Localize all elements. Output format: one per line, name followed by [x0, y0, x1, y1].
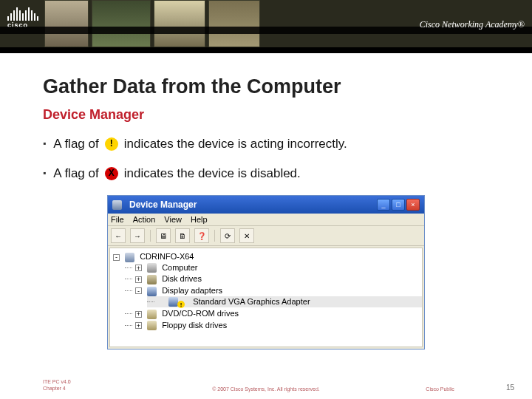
slide: cisco Cisco Networking Academy® Gather D… — [0, 0, 532, 399]
close-button[interactable]: × — [406, 199, 420, 211]
computer-icon — [147, 263, 157, 273]
top-banner: cisco Cisco Networking Academy® — [0, 0, 532, 53]
toolbar-remove-icon[interactable]: ✕ — [239, 228, 254, 243]
computer-root-icon — [125, 253, 134, 262]
tree-root-label: CDRINFO-X64 — [140, 252, 194, 261]
device-manager-screenshot: Device Manager _ □ × File Action View He… — [107, 195, 425, 349]
bullet-text-pre: A flag of — [53, 136, 98, 152]
tree-node-disk-drives[interactable]: + Disk drives — [125, 273, 422, 285]
bullet-text-post: indicates the device is acting incorrect… — [124, 136, 347, 152]
warning-overlay-icon: ! — [177, 301, 185, 308]
disk-icon — [147, 275, 157, 284]
tree-node-label: Standard VGA Graphics Adapter — [193, 297, 310, 306]
tree-node-dvd-drives[interactable]: + DVD/CD-ROM drives — [125, 308, 422, 320]
bullet-text-pre: A flag of — [53, 166, 98, 182]
menu-view[interactable]: View — [164, 215, 182, 224]
tree-node-label: DVD/CD-ROM drives — [162, 309, 239, 318]
bullet-list: A flag of ! indicates the device is acti… — [43, 136, 489, 182]
toolbar-properties-icon[interactable]: 🗎 — [175, 228, 190, 243]
dm-window-controls: _ □ × — [377, 199, 420, 211]
slide-footer: ITE PC v4.0 Chapter 4 © 2007 Cisco Syste… — [0, 379, 532, 392]
expander-icon[interactable]: - — [135, 287, 142, 294]
disabled-flag-icon: X — [105, 167, 118, 180]
cisco-logo: cisco — [7, 6, 38, 29]
tree-root[interactable]: - CDRINFO-X64 + Computer + — [113, 251, 422, 332]
dm-menubar: File Action View Help — [108, 214, 424, 226]
dm-tree: - CDRINFO-X64 + Computer + — [109, 248, 423, 347]
tree-node-label: Floppy disk drives — [162, 321, 227, 330]
toolbar-back-icon[interactable]: ← — [111, 228, 126, 243]
tree-node-label: Computer — [162, 263, 197, 272]
toolbar-help-icon[interactable]: ❓ — [194, 228, 209, 243]
bullet-text-post: indicates the device is disabled. — [124, 166, 301, 182]
dm-window: Device Manager _ □ × File Action View He… — [107, 195, 425, 349]
banner-photo — [92, 0, 151, 47]
minimize-button[interactable]: _ — [377, 199, 390, 211]
dm-title-text: Device Manager — [129, 200, 197, 210]
slide-body: Gather Data from the Computer Device Man… — [0, 53, 532, 349]
page-title: Gather Data from the Computer — [43, 75, 489, 98]
banner-photo — [44, 0, 89, 47]
expander-icon[interactable]: + — [135, 276, 142, 283]
dm-toolbar: ← → 🖥 🗎 ❓ ⟳ ✕ — [108, 226, 424, 246]
academy-label: Cisco Networking Academy® — [420, 19, 525, 30]
toolbar-forward-icon[interactable]: → — [130, 228, 145, 243]
tree-node-display-adapters[interactable]: - Display adapters ! Standard VGA — [125, 285, 422, 308]
banner-photos — [44, 0, 260, 47]
bullet-item: A flag of ! indicates the device is acti… — [43, 136, 489, 152]
bullet-item: A flag of X indicates the device is disa… — [43, 166, 489, 182]
display-adapter-icon — [168, 297, 178, 307]
cisco-bars-icon — [7, 6, 38, 21]
dm-app-icon — [112, 200, 122, 210]
footer-copyright: © 2007 Cisco Systems, Inc. All rights re… — [0, 386, 532, 392]
dvd-icon — [147, 310, 157, 319]
display-icon — [147, 287, 157, 296]
toolbar-separator — [214, 230, 215, 242]
banner-photo — [208, 0, 260, 47]
toolbar-refresh-icon[interactable]: ⟳ — [220, 228, 235, 243]
toolbar-computer-icon[interactable]: 🖥 — [156, 228, 171, 243]
tree-node-floppy-drives[interactable]: + Floppy disk drives — [125, 320, 422, 332]
dm-titlebar: Device Manager _ □ × — [108, 196, 424, 214]
menu-file[interactable]: File — [111, 215, 124, 224]
tree-node-computer[interactable]: + Computer — [125, 262, 422, 274]
expander-icon[interactable]: - — [113, 254, 120, 261]
floppy-icon — [147, 321, 157, 330]
warning-flag-icon: ! — [105, 137, 118, 151]
tree-node-vga-adapter[interactable]: ! Standard VGA Graphics Adapter — [147, 296, 422, 308]
expander-icon[interactable]: + — [135, 311, 142, 318]
toolbar-separator — [150, 230, 151, 242]
page-subtitle: Device Manager — [43, 107, 489, 123]
menu-action[interactable]: Action — [133, 215, 156, 224]
footer-course: ITE PC v4.0 — [43, 379, 71, 385]
expander-icon[interactable]: + — [135, 265, 142, 271]
menu-help[interactable]: Help — [191, 215, 208, 224]
tree-node-label: Display adapters — [162, 286, 222, 295]
tree-node-label: Disk drives — [162, 274, 202, 283]
expander-icon[interactable]: + — [135, 322, 142, 329]
banner-photo — [154, 0, 205, 47]
maximize-button[interactable]: □ — [392, 199, 405, 211]
